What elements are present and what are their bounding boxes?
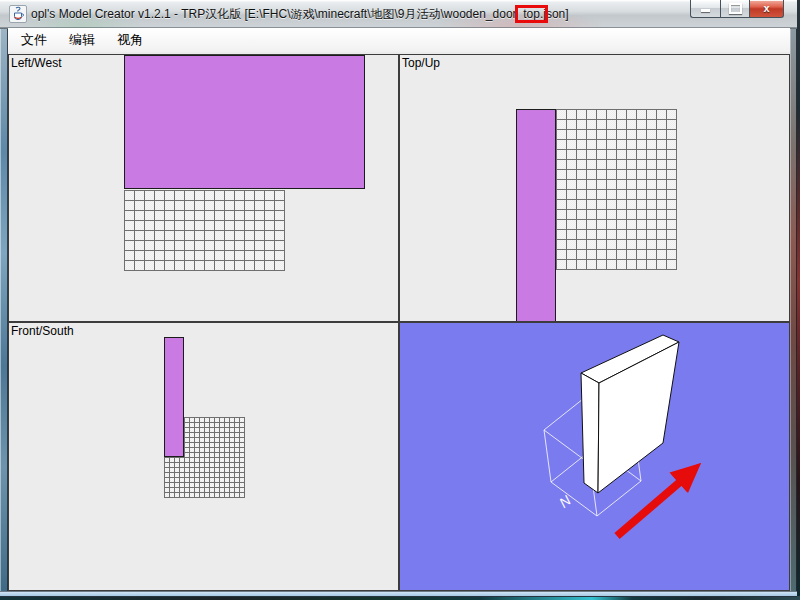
maximize-icon	[729, 3, 742, 14]
pixel-grid-left-west	[124, 190, 285, 271]
window-title-before: opl's Model Creator v1.2.1 - TRP汉化版 [E:\…	[31, 7, 517, 21]
window-border-bottom	[0, 591, 797, 597]
viewport-top-up[interactable]: Top/Up	[399, 54, 790, 322]
window-border-left	[0, 28, 8, 591]
viewport-top-up-label: Top/Up	[402, 56, 440, 70]
annotation-red-box: _top.j	[517, 7, 546, 21]
annotation-arrow	[617, 463, 701, 536]
menu-item-view[interactable]: 视角	[108, 28, 152, 52]
minimize-button[interactable]	[690, 0, 720, 18]
model-element-front-south[interactable]	[164, 337, 184, 457]
close-icon: x	[763, 3, 769, 14]
java-logo-icon	[9, 5, 27, 23]
viewport-left-west[interactable]: Left/West	[8, 54, 399, 322]
compass-n-label: N	[556, 491, 575, 510]
title-bar[interactable]: opl's Model Creator v1.2.1 - TRP汉化版 [E:\…	[0, 0, 797, 29]
menu-item-file[interactable]: 文件	[12, 28, 56, 52]
viewport-3d-perspective[interactable]: N	[399, 322, 790, 591]
viewport-front-south-label: Front/South	[11, 324, 74, 338]
viewport-front-south[interactable]: Front/South	[8, 322, 399, 591]
door-slab-left-face	[581, 373, 599, 493]
menu-bar: 文件 编辑 视角	[8, 28, 790, 53]
viewport-left-west-label: Left/West	[11, 56, 61, 70]
minimize-icon	[701, 9, 710, 12]
window-title: opl's Model Creator v1.2.1 - TRP汉化版 [E:\…	[31, 6, 569, 23]
model-element-top-up[interactable]	[516, 109, 556, 322]
app-window: opl's Model Creator v1.2.1 - TRP汉化版 [E:\…	[0, 0, 797, 597]
screen: opl's Model Creator v1.2.1 - TRP汉化版 [E:\…	[0, 0, 800, 600]
pixel-grid-top-up	[556, 109, 677, 270]
menu-item-edit[interactable]: 编辑	[60, 28, 104, 52]
window-title-after: son]	[546, 7, 569, 21]
model-element-left-west[interactable]	[124, 55, 365, 189]
window-controls: x	[690, 0, 784, 17]
close-button[interactable]: x	[749, 0, 784, 18]
window-border-right	[790, 28, 797, 591]
editor-client-area: Left/West Top/Up Front/South	[8, 52, 790, 591]
door-slab-3d[interactable]	[581, 335, 679, 493]
maximize-button[interactable]	[720, 0, 749, 18]
